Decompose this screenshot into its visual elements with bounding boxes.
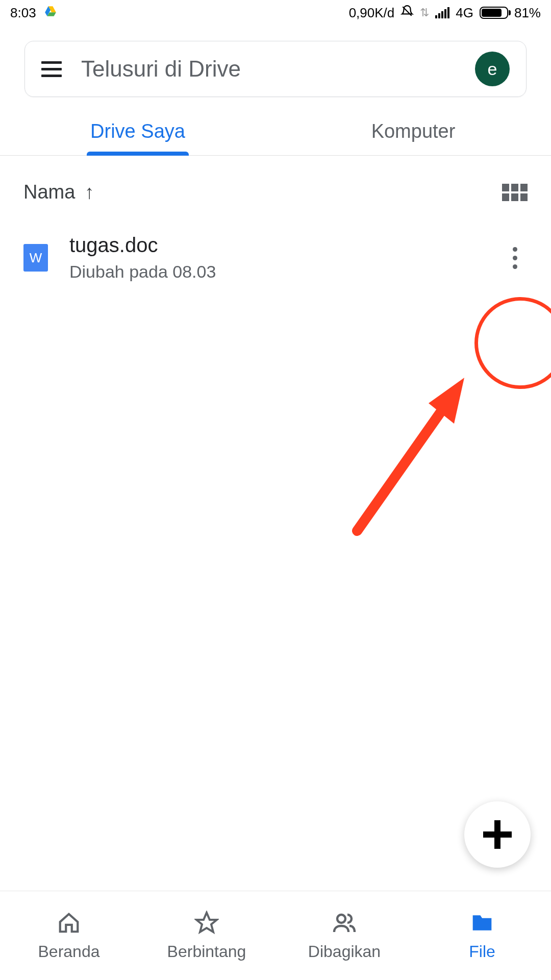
view-toggle-grid-icon[interactable] (502, 184, 528, 201)
sort-field: Nama (23, 181, 75, 203)
status-bar: 8:03 0,90K/d ⇅ 4G 81% (0, 0, 551, 26)
status-data-rate: 0,90K/d (349, 5, 395, 21)
tab-drive-saya[interactable]: Drive Saya (0, 107, 276, 155)
bottom-nav: Beranda Berbintang Dibagikan File (0, 891, 551, 980)
tab-label: Komputer (371, 120, 456, 142)
star-icon (194, 911, 219, 935)
tab-komputer[interactable]: Komputer (276, 107, 551, 155)
svg-line-0 (357, 393, 454, 531)
nav-label: Berbintang (167, 942, 246, 961)
svg-point-3 (337, 915, 345, 923)
word-doc-icon: W (23, 244, 48, 272)
nav-dibagikan[interactable]: Dibagikan (276, 891, 413, 980)
nav-label: Dibagikan (308, 942, 381, 961)
nav-berbintang[interactable]: Berbintang (138, 891, 276, 980)
search-bar[interactable]: Telusuri di Drive e (24, 41, 527, 97)
status-time: 8:03 (10, 5, 36, 21)
annotation-circle (474, 297, 551, 389)
nav-label: File (469, 942, 495, 961)
file-row[interactable]: W tugas.doc Diubah pada 08.03 (0, 218, 551, 297)
file-meta: Diubah pada 08.03 (69, 262, 481, 282)
bell-muted-icon (400, 5, 414, 21)
people-icon (332, 911, 357, 935)
avatar[interactable]: e (475, 52, 510, 86)
file-name: tugas.doc (69, 234, 481, 257)
tabs: Drive Saya Komputer (0, 107, 551, 156)
fab-add-button[interactable] (464, 801, 531, 868)
data-arrows-icon: ⇅ (420, 6, 429, 19)
battery-icon (480, 7, 508, 19)
svg-marker-1 (429, 378, 464, 424)
annotation-arrow-icon (347, 368, 480, 541)
sort-button[interactable]: Nama ↑ (23, 181, 94, 203)
signal-icon (435, 7, 449, 18)
folder-icon (470, 911, 494, 935)
tab-label: Drive Saya (90, 120, 185, 142)
home-icon (57, 911, 81, 935)
battery-percent: 81% (514, 5, 541, 21)
network-type: 4G (456, 5, 473, 21)
sort-direction-icon: ↑ (84, 181, 94, 203)
nav-beranda[interactable]: Beranda (0, 891, 138, 980)
plus-icon (483, 820, 512, 849)
search-placeholder[interactable]: Telusuri di Drive (81, 56, 456, 82)
svg-marker-2 (196, 913, 217, 932)
nav-label: Beranda (38, 942, 100, 961)
nav-file[interactable]: File (413, 891, 551, 980)
hamburger-menu-icon[interactable] (41, 61, 62, 77)
drive-logo-icon (43, 5, 58, 21)
more-options-icon[interactable] (502, 242, 528, 274)
